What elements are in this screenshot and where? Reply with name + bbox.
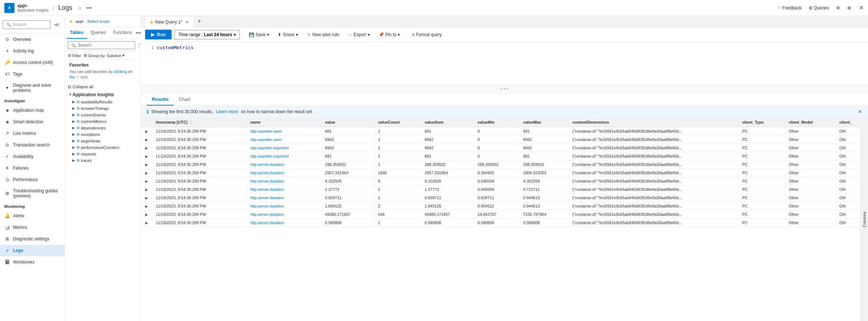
- new-tab-button[interactable]: +: [195, 18, 204, 25]
- col-client-model-header[interactable]: client_Model: [786, 118, 836, 127]
- table-row[interactable]: ▶ 11/19/2023, 8:54:30.299 PM otlp.export…: [141, 127, 868, 136]
- run-button[interactable]: ▶ Run: [145, 30, 172, 39]
- format-query-button[interactable]: ≡ Format query: [409, 30, 444, 39]
- table-row[interactable]: ▶ 11/19/2023, 8:54:30.299 PM http.server…: [141, 194, 868, 202]
- group-by-button[interactable]: ⊞ Group by: Solution ▾: [84, 53, 124, 58]
- table-row[interactable]: ▶ 11/19/2023, 8:54:30.299 PM http.server…: [141, 160, 868, 169]
- sidebar-item-availability[interactable]: ✓ Availability: [0, 151, 65, 162]
- sidebar-item-overview[interactable]: ⊙ Overview: [0, 34, 65, 45]
- row-expand-button[interactable]: ▶: [144, 171, 150, 175]
- col-customdimensions-header[interactable]: customDimensions: [569, 118, 739, 127]
- sidebar-item-diagnostic-settings[interactable]: ⊞ Diagnostic settings: [0, 233, 65, 245]
- collapse-all-button[interactable]: ⊟ Collapse all: [68, 85, 93, 89]
- tab-queries[interactable]: Queries: [87, 27, 109, 39]
- table-row[interactable]: ▶ 11/19/2023, 8:54:30.299 PM http.server…: [141, 202, 868, 210]
- results-tab[interactable]: Results: [147, 94, 174, 106]
- settings-button[interactable]: ⚙: [834, 4, 842, 12]
- tree-item[interactable]: ▶ ⊞ exceptions: [66, 131, 139, 138]
- tree-item[interactable]: ▶ ⊞ pageViews: [66, 138, 139, 144]
- sidebar-item-access-control[interactable]: 🔑 Access control (IAM): [0, 57, 65, 68]
- table-row[interactable]: ▶ 11/19/2023, 8:54:30.299 PM otlp.export…: [141, 136, 868, 144]
- sidebar-item-performance[interactable]: ◷ Performance: [0, 174, 65, 185]
- row-expand-cell[interactable]: ▶: [141, 160, 153, 169]
- sidebar-item-troubleshooting[interactable]: ⊞ Troubleshooting guides (preview): [0, 185, 65, 201]
- table-row[interactable]: ▶ 11/19/2023, 8:54:30.299 PM otlp.export…: [141, 152, 868, 160]
- sidebar-item-tags[interactable]: 🏷 Tags: [0, 68, 65, 80]
- collapse-sidebar-button[interactable]: ≪: [53, 20, 60, 29]
- favorite-star-icon[interactable]: ☆: [77, 5, 82, 11]
- col-name-header[interactable]: name: [247, 118, 322, 127]
- table-row[interactable]: ▶ 11/19/2023, 8:54:30.299 PM otlp.export…: [141, 144, 868, 152]
- expand-dots[interactable]: • • •: [501, 87, 508, 92]
- col-valuecount-header[interactable]: valueCount: [375, 118, 422, 127]
- row-expand-button[interactable]: ▶: [144, 154, 150, 158]
- row-expand-cell[interactable]: ▶: [141, 152, 153, 160]
- sidebar-item-logs[interactable]: ≡ Logs: [0, 245, 65, 256]
- row-expand-cell[interactable]: ▶: [141, 144, 153, 152]
- row-expand-button[interactable]: ▶: [144, 213, 150, 217]
- sidebar-item-live-metrics[interactable]: ↗ Live metrics: [0, 128, 65, 139]
- tree-item[interactable]: ▶ ⊞ browserTimings: [66, 105, 139, 112]
- row-expand-cell[interactable]: ▶: [141, 194, 153, 202]
- tree-item[interactable]: ▶ ⊞ dependencies: [66, 125, 139, 131]
- info-close-button[interactable]: ✕: [858, 109, 862, 115]
- tree-item[interactable]: ▶ ⊞ traces: [66, 157, 139, 164]
- queries-button[interactable]: ⊞ Queries: [807, 4, 831, 12]
- filter-button[interactable]: ⊟ Filter: [68, 53, 81, 58]
- tab-close-button[interactable]: ✕: [185, 20, 189, 25]
- row-expand-button[interactable]: ▶: [144, 188, 150, 192]
- tree-item[interactable]: ▶ ⊞ availabilityResults: [66, 99, 139, 105]
- tab-functions[interactable]: Functions: [109, 27, 135, 39]
- col-valuemin-header[interactable]: valueMin: [475, 118, 520, 127]
- row-expand-button[interactable]: ▶: [144, 179, 150, 183]
- sidebar-item-smart-detection[interactable]: ◈ Smart detection: [0, 116, 65, 128]
- query-editor[interactable]: 1 customMetrics: [141, 42, 868, 85]
- data-table-container[interactable]: timestamp [UTC] ↑↓ name value valueCount…: [141, 118, 868, 321]
- table-row[interactable]: ▶ 11/19/2023, 8:54:30.299 PM http.server…: [141, 219, 868, 227]
- col-client-type-header[interactable]: client_Type: [739, 118, 786, 127]
- row-expand-button[interactable]: ▶: [144, 129, 150, 133]
- row-expand-cell[interactable]: ▶: [141, 127, 153, 136]
- row-expand-button[interactable]: ▶: [144, 221, 150, 225]
- row-expand-cell[interactable]: ▶: [141, 136, 153, 144]
- panel-more-button[interactable]: •••: [135, 30, 141, 36]
- row-expand-button[interactable]: ▶: [144, 146, 150, 150]
- col-valuesum-header[interactable]: valueSum: [422, 118, 475, 127]
- tree-item[interactable]: ▶ ⊞ requests: [66, 151, 139, 157]
- close-window-icon[interactable]: ✕: [859, 4, 864, 11]
- tab-tables[interactable]: Tables: [66, 27, 87, 39]
- row-expand-cell[interactable]: ▶: [141, 219, 153, 227]
- row-expand-button[interactable]: ▶: [144, 204, 150, 208]
- sidebar-item-application-map[interactable]: ◈ Application map: [0, 104, 65, 116]
- favorites-hint-link[interactable]: clicking on the: [69, 69, 132, 79]
- more-options-icon[interactable]: •••: [86, 5, 92, 11]
- pin-to-button[interactable]: 📌 Pin to ▾: [376, 30, 403, 39]
- table-row[interactable]: ▶ 11/19/2023, 8:54:30.299 PM http.server…: [141, 210, 868, 219]
- col-timestamp-header[interactable]: timestamp [UTC] ↑↓: [153, 118, 247, 127]
- sidebar-item-alerts[interactable]: 🔔 Alerts: [0, 210, 65, 222]
- panel-search-input[interactable]: [78, 43, 132, 48]
- row-expand-cell[interactable]: ▶: [141, 202, 153, 210]
- tree-section-header[interactable]: ▾ Application Insights: [66, 91, 139, 99]
- sidebar-item-diagnose[interactable]: ✦ Diagnose and solve problems: [0, 80, 65, 96]
- sidebar-item-activity-log[interactable]: ≡ Activity log: [0, 45, 65, 57]
- row-expand-cell[interactable]: ▶: [141, 169, 153, 177]
- table-row[interactable]: ▶ 11/19/2023, 8:54:30.299 PM http.server…: [141, 177, 868, 185]
- save-button[interactable]: 💾 Save ▾: [246, 30, 272, 39]
- export-button[interactable]: → Export ▾: [345, 30, 373, 39]
- row-expand-button[interactable]: ▶: [144, 163, 150, 167]
- time-range-button[interactable]: Time range : Last 24 hours ▾: [174, 30, 239, 39]
- tree-item[interactable]: ▶ ⊞ performanceCounters: [66, 144, 139, 151]
- learn-more-link[interactable]: Learn more: [216, 109, 238, 114]
- row-expand-button[interactable]: ▶: [144, 138, 150, 142]
- select-scope-button[interactable]: Select scope: [87, 19, 110, 23]
- query-tab-new-query-1[interactable]: ◈ New Query 1* ✕: [145, 16, 194, 27]
- row-expand-cell[interactable]: ▶: [141, 185, 153, 194]
- sidebar-item-failures[interactable]: ✕ Failures: [0, 162, 65, 174]
- share-button[interactable]: ⬆ Share ▾: [275, 30, 301, 39]
- row-expand-cell[interactable]: ▶: [141, 210, 153, 219]
- new-alert-rule-button[interactable]: ＋ New alert rule: [304, 30, 342, 39]
- row-expand-button[interactable]: ▶: [144, 196, 150, 200]
- feedback-button[interactable]: ♡ Feedback: [775, 4, 804, 12]
- row-expand-cell[interactable]: ▶: [141, 177, 153, 185]
